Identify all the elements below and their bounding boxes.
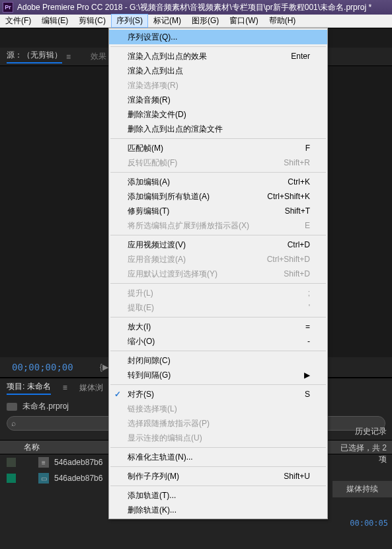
menu-item: 渲染选择项(R) [109,78,327,93]
menu-item: 选择跟随播放指示器(P) [109,416,327,431]
menu-item-shortcut: E [305,221,310,230]
menu-item-label: 添加编辑(A) [128,177,288,188]
menu-item-shortcut: Shift+T [285,206,310,216]
menu-item-label: 对齐(S) [128,389,305,400]
search-icon: ⌕ [11,419,16,428]
menu-item: 提取(E)' [109,300,327,315]
menu-item-shortcut: ' [309,303,310,312]
menu-item-label: 序列设置(Q)... [128,32,310,43]
menu-item-label: 应用默认过渡到选择项(Y) [128,269,284,280]
sequence-menu-dropdown[interactable]: 序列设置(Q)...渲染入点到出点的效果Enter渲染入点到出点渲染选择项(R)… [108,28,328,519]
menu-item[interactable]: 缩小(O)- [109,334,327,349]
menu-item-label: 缩小(O) [128,336,307,347]
col-duration[interactable]: 媒体持续 [333,481,392,497]
menu-item[interactable]: 添加轨道(T)... [109,488,327,503]
menu-item-label: 应用音频过渡(A) [128,254,267,265]
menu-item[interactable]: 转到间隔(G)▶ [109,368,327,382]
panel-menu-icon[interactable]: ≡ [63,383,67,392]
tab-history[interactable]: 历史记录 [333,426,392,437]
menu-item-label: 添加编辑到所有轨道(A) [128,191,267,202]
submenu-arrow-icon: ▶ [304,370,310,380]
menu-item-shortcut: Ctrl+Shift+D [267,255,310,264]
selection-count: 已选择，共 2 项 [333,443,392,465]
menu-item[interactable]: 删除入点到出点的渲染文件 [109,122,327,136]
menubar[interactable]: 文件(F)编辑(E)剪辑(C)序列(S)标记(M)图形(G)窗口(W)帮助(H) [0,15,392,28]
menu-separator [110,486,326,486]
menu-item-shortcut: Ctrl+D [288,240,310,249]
menu-item[interactable]: 封闭间隙(C) [109,353,327,368]
menu-item-label: 放大(I) [128,321,305,333]
effects-tab[interactable]: 效果 [91,51,106,62]
menu-item-label: 匹配帧(M) [128,143,305,154]
menu-item-label: 渲染入点到出点 [128,65,310,77]
clip-name: 546adeb87b6 [54,458,102,467]
source-tab[interactable]: 源：（无剪辑） [7,50,62,63]
menu-item-label: 封闭间隙(C) [128,355,310,366]
menu-item-label: 删除轨道(K)... [128,505,310,516]
menu-item[interactable]: 删除轨道(K)... [109,503,327,517]
menu-item-shortcut: Ctrl+K [288,177,310,187]
tab-project[interactable]: 项目: 未命名 [7,381,51,395]
menu-item[interactable]: 删除渲染文件(D) [109,107,327,122]
menu-item[interactable]: 添加编辑(A)Ctrl+K [109,175,327,189]
menu-item: 提升(L); [109,286,327,300]
label-color-swatch[interactable] [7,474,16,483]
menu-item[interactable]: 应用视频过渡(V)Ctrl+D [109,237,327,252]
menu-item-shortcut: - [307,337,310,346]
menu-item-shortcut: S [305,390,310,399]
menu-item-label: 提取(E) [128,302,309,314]
panel-menu-icon[interactable]: ≡ [66,52,71,62]
menu-item[interactable]: 序列设置(Q)... [109,30,327,44]
menu-item-label: 转到间隔(G) [128,370,304,381]
project-filename: 未命名.prproj [22,401,69,412]
menu-item-label: 添加轨道(T)... [128,490,310,501]
menu-序列(S)[interactable]: 序列(S) [111,14,148,28]
menu-item[interactable]: 添加编辑到所有轨道(A)Ctrl+Shift+K [109,189,327,204]
menu-item[interactable]: 修剪编辑(T)Shift+T [109,204,327,218]
menu-图形(G)[interactable]: 图形(G) [186,14,224,28]
menu-item[interactable]: 渲染音频(R) [109,93,327,107]
menu-item-shortcut: ; [308,288,310,298]
titlebar: Pr Adobe Premiere Pro CC 2018 - G:\视频音频素… [0,0,392,15]
menu-item-label: 修剪编辑(T) [128,206,285,217]
menu-separator [110,317,326,317]
menu-文件(F)[interactable]: 文件(F) [0,14,36,28]
clip-type-icon: ≡ [38,457,49,468]
timecode[interactable]: 00;00;00;00 [12,362,73,372]
menu-item[interactable]: 渲染入点到出点 [109,63,327,78]
menu-item-shortcut: Ctrl+Shift+K [267,192,310,201]
window-title: Adobe Premiere Pro CC 2018 - G:\视频音频素材\音… [17,2,372,13]
app-icon: Pr [3,2,13,13]
menu-item[interactable]: 标准化主轨道(N)... [109,450,327,464]
menu-separator [110,351,326,351]
label-color-swatch[interactable] [7,458,16,467]
menu-separator [110,46,326,47]
menu-item-label: 渲染入点到出点的效果 [128,51,291,62]
menu-item-shortcut: F [305,144,310,153]
menu-separator [110,384,326,385]
menu-item-label: 渲染选择项(R) [128,80,310,91]
menu-编辑(E)[interactable]: 编辑(E) [36,14,73,28]
menu-item[interactable]: 渲染入点到出点的效果Enter [109,49,327,63]
menu-窗口(W)[interactable]: 窗口(W) [224,14,263,28]
menu-item-label: 显示连接的编辑点(U) [128,433,310,444]
col-name[interactable]: 名称 [24,442,40,453]
menu-item-shortcut: Enter [291,52,310,61]
menu-item-label: 选择跟随播放指示器(P) [128,418,310,429]
menu-item[interactable]: ✓对齐(S)S [109,387,327,401]
menu-item-label: 提升(L) [128,288,308,299]
menu-剪辑(C)[interactable]: 剪辑(C) [73,14,111,28]
menu-item[interactable]: 制作子序列(M)Shift+U [109,469,327,484]
check-icon: ✓ [114,390,121,399]
menu-item-shortcut: Shift+R [284,158,310,167]
right-fragments: 历史记录 已选择，共 2 项 媒体持续 00:00:05 [333,397,392,528]
timecode-icons[interactable]: {▶ [100,362,108,372]
menu-item[interactable]: 放大(I)= [109,319,327,334]
menu-item[interactable]: 匹配帧(M)F [109,141,327,155]
menu-item-label: 反转匹配帧(F) [128,157,284,169]
menu-item-label: 将所选编辑点扩展到播放指示器(X) [128,220,305,232]
menu-item: 将所选编辑点扩展到播放指示器(X)E [109,218,327,233]
menu-标记(M)[interactable]: 标记(M) [148,14,186,28]
menu-帮助(H)[interactable]: 帮助(H) [264,14,301,28]
tab-media-browser[interactable]: 媒体浏 [79,382,103,394]
